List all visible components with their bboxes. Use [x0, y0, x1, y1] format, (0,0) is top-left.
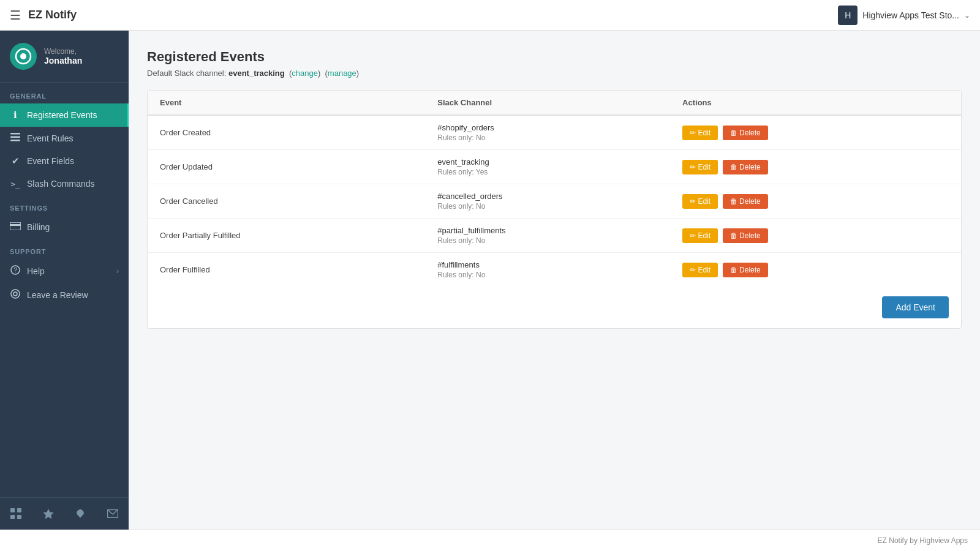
- sidebar-item-label: Event Rules: [27, 133, 73, 143]
- col-actions: Actions: [670, 91, 961, 115]
- avatar: [10, 43, 37, 70]
- bottom-icon-star[interactable]: [37, 503, 59, 525]
- sidebar-item-help[interactable]: ? Help ›: [0, 259, 129, 283]
- sidebar-item-billing[interactable]: Billing: [0, 216, 129, 238]
- event-name: Order Created: [148, 115, 425, 150]
- sidebar-item-label: Help: [27, 266, 45, 276]
- event-name: Order Partially Fulfilled: [148, 219, 425, 253]
- store-selector[interactable]: H Highview Apps Test Sto... ⌄: [838, 6, 970, 25]
- event-name: Order Cancelled: [148, 184, 425, 219]
- add-event-row: Add Event: [148, 287, 961, 328]
- svg-point-10: [13, 292, 17, 296]
- info-icon: ℹ: [10, 110, 21, 121]
- actions-cell: ✏ Edit 🗑 Delete: [670, 253, 961, 287]
- user-info: Welcome, Jonathan: [44, 47, 82, 66]
- delete-button[interactable]: 🗑 Delete: [723, 228, 768, 243]
- svg-rect-6: [10, 224, 21, 226]
- actions-cell: ✏ Edit 🗑 Delete: [670, 115, 961, 150]
- event-name: Order Fulfilled: [148, 253, 425, 287]
- sidebar-item-label: Billing: [27, 222, 50, 232]
- bottom-icon-mail[interactable]: [102, 503, 124, 525]
- slack-channel: #shopify_orders Rules only: No: [425, 115, 670, 150]
- change-link[interactable]: change: [292, 69, 318, 78]
- sidebar-item-label: Event Fields: [27, 156, 74, 166]
- sidebar-item-slash-commands[interactable]: >_ Slash Commands: [0, 173, 129, 195]
- delete-button[interactable]: 🗑 Delete: [723, 126, 768, 140]
- table-row: Order Fulfilled #fulfillments Rules only…: [148, 253, 961, 287]
- sidebar-item-label: Registered Events: [27, 110, 97, 120]
- welcome-label: Welcome,: [44, 47, 82, 56]
- sidebar-item-leave-review[interactable]: Leave a Review: [0, 283, 129, 307]
- actions-cell: ✏ Edit 🗑 Delete: [670, 219, 961, 253]
- page-subtitle: Default Slack channel: event_tracking (c…: [147, 69, 962, 78]
- col-event: Event: [148, 91, 425, 115]
- edit-button[interactable]: ✏ Edit: [682, 228, 718, 243]
- support-section-label: SUPPORT: [0, 238, 129, 259]
- main-content: Registered Events Default Slack channel:…: [129, 31, 980, 530]
- username-label: Jonathan: [44, 56, 82, 66]
- edit-button[interactable]: ✏ Edit: [682, 194, 718, 209]
- svg-text:?: ?: [13, 267, 17, 274]
- svg-point-1: [20, 53, 26, 59]
- subtitle-prefix: Default Slack channel:: [147, 69, 228, 78]
- svg-marker-15: [43, 509, 53, 519]
- svg-rect-14: [17, 515, 21, 519]
- add-event-button[interactable]: Add Event: [882, 296, 949, 318]
- sidebar-item-label: Leave a Review: [27, 290, 88, 300]
- svg-rect-13: [10, 515, 15, 519]
- sidebar: Welcome, Jonathan GENERAL ℹ Registered E…: [0, 31, 129, 530]
- table-row: Order Created #shopify_orders Rules only…: [148, 115, 961, 150]
- default-channel: event_tracking: [228, 69, 285, 78]
- slack-channel: #fulfillments Rules only: No: [425, 253, 670, 287]
- actions-cell: ✏ Edit 🗑 Delete: [670, 150, 961, 184]
- svg-rect-4: [10, 140, 20, 141]
- edit-button[interactable]: ✏ Edit: [682, 160, 718, 174]
- edit-button[interactable]: ✏ Edit: [682, 263, 718, 277]
- delete-button[interactable]: 🗑 Delete: [723, 160, 768, 174]
- actions-cell: ✏ Edit 🗑 Delete: [670, 184, 961, 219]
- table-row: Order Cancelled #cancelled_orders Rules …: [148, 184, 961, 219]
- menu-icon[interactable]: ☰: [10, 8, 21, 23]
- list-icon: [10, 133, 21, 143]
- slash-icon: >_: [10, 179, 21, 189]
- delete-button[interactable]: 🗑 Delete: [723, 194, 768, 209]
- events-table: Event Slack Channel Actions Order Create…: [148, 91, 961, 287]
- settings-section-label: SETTINGS: [0, 195, 129, 216]
- sidebar-item-registered-events[interactable]: ℹ Registered Events: [0, 103, 129, 127]
- billing-icon: [10, 222, 21, 232]
- svg-rect-2: [10, 133, 20, 135]
- events-table-container: Event Slack Channel Actions Order Create…: [147, 90, 962, 329]
- table-header-row: Event Slack Channel Actions: [148, 91, 961, 115]
- col-channel: Slack Channel: [425, 91, 670, 115]
- delete-button[interactable]: 🗑 Delete: [723, 263, 768, 277]
- sidebar-item-event-rules[interactable]: Event Rules: [0, 127, 129, 149]
- svg-point-9: [11, 290, 20, 298]
- bottom-icon-rocket[interactable]: [69, 503, 91, 525]
- sidebar-bottom: [0, 497, 129, 530]
- store-avatar: H: [838, 6, 858, 25]
- general-section-label: GENERAL: [0, 83, 129, 103]
- chevron-down-icon: ⌄: [964, 11, 970, 20]
- sidebar-item-event-fields[interactable]: ✔ Event Fields: [0, 149, 129, 173]
- footer: EZ Notify by Highview Apps: [0, 530, 980, 551]
- svg-rect-5: [10, 222, 21, 230]
- svg-rect-3: [10, 137, 20, 138]
- slack-channel: #cancelled_orders Rules only: No: [425, 184, 670, 219]
- bottom-icon-grid[interactable]: [5, 503, 27, 525]
- help-icon: ?: [10, 265, 21, 277]
- footer-text: EZ Notify by Highview Apps: [878, 536, 968, 545]
- table-row: Order Updated event_tracking Rules only:…: [148, 150, 961, 184]
- top-header: ☰ EZ Notify H Highview Apps Test Sto... …: [0, 0, 980, 31]
- table-row: Order Partially Fulfilled #partial_fulfi…: [148, 219, 961, 253]
- chevron-right-icon: ›: [116, 267, 119, 276]
- edit-button[interactable]: ✏ Edit: [682, 126, 718, 140]
- sidebar-item-label: Slash Commands: [27, 179, 95, 189]
- event-name: Order Updated: [148, 150, 425, 184]
- page-title: Registered Events: [147, 49, 962, 65]
- svg-rect-12: [17, 508, 21, 512]
- store-name: Highview Apps Test Sto...: [862, 10, 959, 20]
- app-name: EZ Notify: [28, 9, 77, 21]
- slack-channel: event_tracking Rules only: Yes: [425, 150, 670, 184]
- layout: Welcome, Jonathan GENERAL ℹ Registered E…: [0, 31, 980, 530]
- manage-link[interactable]: manage: [328, 69, 356, 78]
